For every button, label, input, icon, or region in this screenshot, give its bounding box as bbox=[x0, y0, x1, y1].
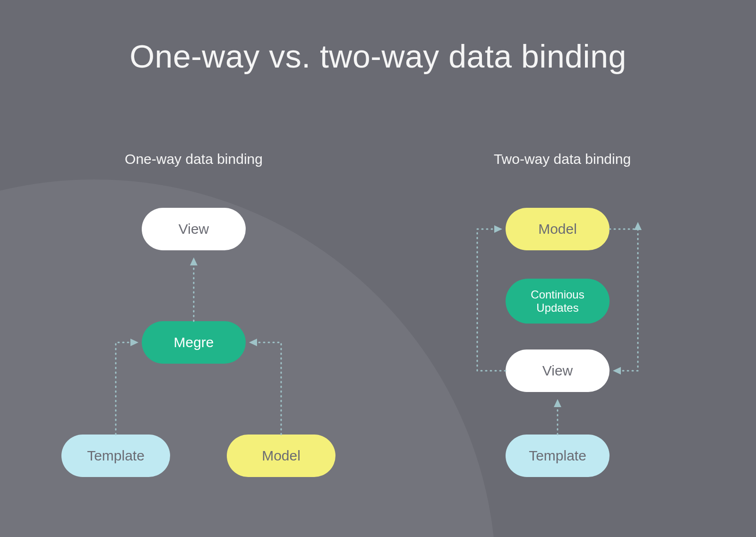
left-view-node: View bbox=[142, 208, 246, 250]
left-template-node: Template bbox=[61, 435, 170, 477]
left-heading: One-way data binding bbox=[66, 151, 321, 167]
left-merge-label: Megre bbox=[173, 334, 214, 351]
right-template-label: Template bbox=[529, 448, 586, 464]
right-model-label: Model bbox=[538, 221, 577, 238]
right-heading: Two-way data binding bbox=[435, 151, 690, 167]
arrowhead-left-icon bbox=[613, 367, 621, 375]
left-template-label: Template bbox=[87, 448, 145, 464]
left-merge-node: Megre bbox=[142, 321, 246, 364]
right-model-node: Model bbox=[506, 208, 610, 250]
arrow-view-to-model bbox=[477, 229, 506, 371]
diagram-title: One-way vs. two-way data binding bbox=[0, 38, 756, 75]
right-view-node: View bbox=[506, 349, 610, 392]
background-circle bbox=[0, 179, 496, 537]
arrowhead-up-icon bbox=[554, 399, 561, 407]
left-view-label: View bbox=[179, 221, 209, 238]
right-updates-label: Continious Updates bbox=[515, 288, 600, 314]
right-updates-node: Continious Updates bbox=[506, 279, 610, 324]
arrowhead-up-icon bbox=[634, 222, 642, 230]
left-model-label: Model bbox=[262, 448, 301, 464]
right-view-label: View bbox=[542, 363, 573, 379]
arrow-model-to-view bbox=[610, 229, 638, 371]
right-template-node: Template bbox=[506, 435, 610, 477]
left-model-node: Model bbox=[227, 435, 335, 477]
arrowhead-right-icon bbox=[494, 225, 502, 233]
